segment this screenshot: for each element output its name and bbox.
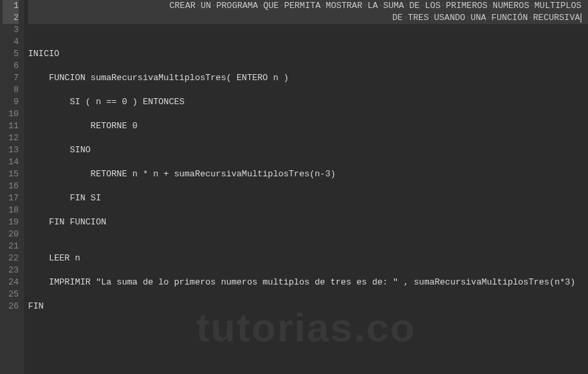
- code-line[interactable]: [28, 228, 588, 240]
- code-line[interactable]: FIN FUNCION: [28, 216, 588, 228]
- line-number: 15: [3, 168, 19, 180]
- code-line[interactable]: RETORNE n * n + sumaRecursivaMultiplosTr…: [28, 168, 588, 180]
- line-number: 21: [3, 240, 19, 252]
- line-number: 4: [3, 36, 19, 48]
- line-number: 16: [3, 180, 19, 192]
- code-line[interactable]: LEER n: [28, 252, 588, 264]
- code-line[interactable]: [28, 156, 588, 168]
- code-line[interactable]: [28, 204, 588, 216]
- code-line[interactable]: [28, 60, 588, 72]
- line-number: 12: [3, 132, 19, 144]
- code-line[interactable]: [28, 24, 588, 36]
- line-number: 24: [3, 276, 19, 289]
- line-number: 5: [3, 48, 19, 60]
- line-number: 9: [3, 96, 19, 108]
- code-line[interactable]: [28, 132, 588, 144]
- code-line[interactable]: FIN: [28, 301, 588, 313]
- line-number: 14: [3, 156, 19, 168]
- line-number: 23: [3, 264, 19, 276]
- code-container: CREAR·UN·PROGRAMA·QUE·PERMITA·MOSTRAR·LA…: [28, 0, 588, 313]
- line-number: 11: [3, 120, 19, 132]
- line-number: 7: [3, 72, 19, 84]
- line-number: 13: [3, 144, 19, 156]
- line-number: 20: [3, 228, 19, 240]
- line-number: 10: [3, 108, 19, 120]
- code-line[interactable]: [28, 289, 588, 301]
- line-number: 25: [3, 289, 19, 301]
- code-line[interactable]: [28, 240, 588, 252]
- code-line[interactable]: [28, 180, 588, 192]
- line-number: 8: [3, 84, 19, 96]
- line-number: 17: [3, 192, 19, 204]
- code-line[interactable]: [28, 264, 588, 276]
- code-line[interactable]: RETORNE 0: [28, 120, 588, 132]
- line-number: 6: [3, 60, 19, 72]
- code-line[interactable]: INICIO: [28, 48, 588, 60]
- line-number: 22: [3, 252, 19, 264]
- code-line[interactable]: FUNCION sumaRecursivaMultiplosTres( ENTE…: [28, 72, 588, 84]
- code-line[interactable]: SI ( n == 0 ) ENTONCES: [28, 96, 588, 108]
- line-number: 18: [3, 204, 19, 216]
- code-line[interactable]: FIN SI: [28, 192, 588, 204]
- line-number: 1: [3, 0, 19, 12]
- code-line[interactable]: CREAR·UN·PROGRAMA·QUE·PERMITA·MOSTRAR·LA…: [28, 0, 588, 12]
- line-number: 19: [3, 216, 19, 228]
- line-number: 26: [3, 301, 19, 313]
- code-line[interactable]: DE·TRES·USANDO·UNA·FUNCIÓN·RECURSIVA: [28, 12, 588, 24]
- line-number: 2: [3, 12, 19, 24]
- code-line[interactable]: [28, 108, 588, 120]
- text-caret: [581, 13, 581, 23]
- code-line[interactable]: SINO: [28, 144, 588, 156]
- code-line[interactable]: IMPRIMIR "La suma de lo primeros numeros…: [28, 276, 588, 289]
- line-number-gutter: 1234567891011121314151617181920212223242…: [0, 0, 24, 374]
- line-number: 3: [3, 24, 19, 36]
- code-line[interactable]: [28, 84, 588, 96]
- code-line[interactable]: [28, 36, 588, 48]
- comment-text: CREAR·UN·PROGRAMA·QUE·PERMITA·MOSTRAR·LA…: [169, 1, 581, 11]
- code-area[interactable]: tutorias.co CREAR·UN·PROGRAMA·QUE·PERMIT…: [24, 0, 588, 374]
- comment-text: DE·TRES·USANDO·UNA·FUNCIÓN·RECURSIVA: [392, 13, 580, 23]
- code-editor[interactable]: 1234567891011121314151617181920212223242…: [0, 0, 588, 374]
